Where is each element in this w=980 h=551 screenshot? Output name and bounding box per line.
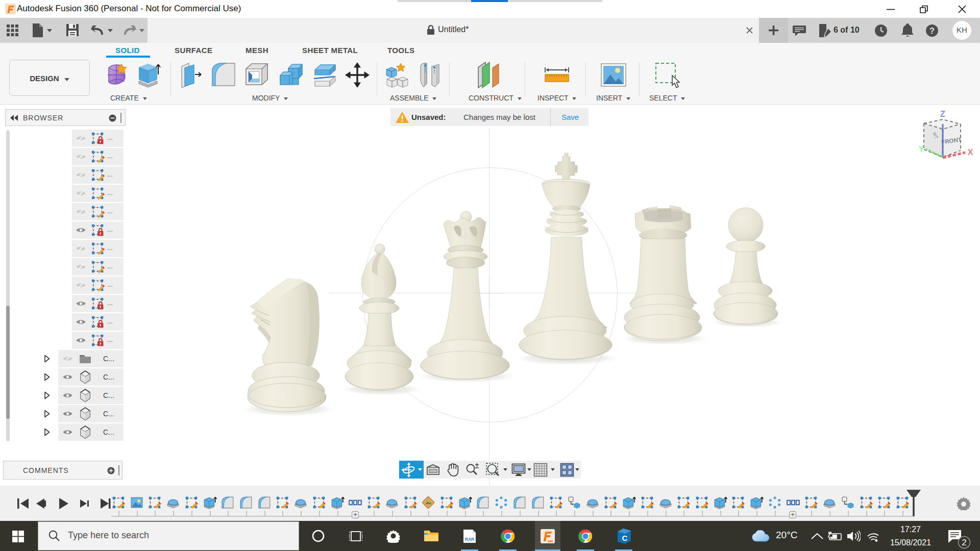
svg-text:Z: Z (940, 110, 945, 118)
svg-text:RAR: RAR (465, 537, 474, 542)
svg-text:?: ? (929, 27, 935, 35)
svg-text:Y: Y (919, 145, 924, 154)
svg-text:2: 2 (962, 538, 966, 547)
svg-text:X: X (968, 148, 973, 157)
svg-text:C: C (622, 534, 628, 542)
svg-text:360: 360 (548, 540, 553, 543)
